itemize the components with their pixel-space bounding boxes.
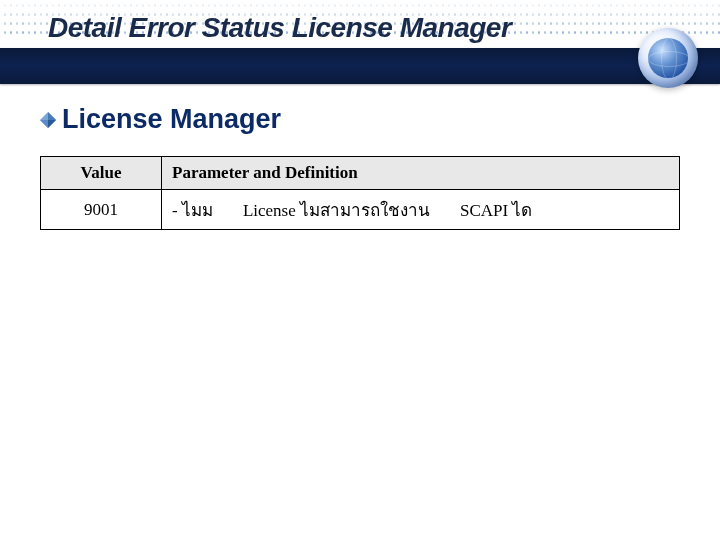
diamond-bullet-icon (40, 112, 56, 128)
def-part3: SCAPI ได (460, 196, 532, 223)
page-title: Detail Error Status License Manager (48, 12, 511, 44)
table-row: 9001 - ไมม License ไมสามารถใชงาน SCAPI ไ… (41, 190, 680, 230)
section-heading-text: License Manager (62, 104, 281, 135)
cell-definition: - ไมม License ไมสามารถใชงาน SCAPI ได (162, 190, 680, 230)
svg-marker-2 (48, 120, 56, 128)
def-part1: - ไมม (172, 196, 213, 223)
error-table: Value Parameter and Definition 9001 - ไม… (40, 156, 680, 230)
title-bar: Detail Error Status License Manager (0, 0, 720, 86)
svg-marker-3 (40, 120, 48, 128)
slide: Detail Error Status License Manager Lice… (0, 0, 720, 540)
globe-icon (638, 28, 698, 88)
svg-marker-1 (48, 112, 56, 120)
column-header-value: Value (41, 157, 162, 190)
header-band (0, 48, 720, 84)
table-header-row: Value Parameter and Definition (41, 157, 680, 190)
cell-value: 9001 (41, 190, 162, 230)
def-part2: License ไมสามารถใชงาน (243, 196, 430, 223)
section-heading: License Manager (40, 104, 281, 135)
column-header-definition: Parameter and Definition (162, 157, 680, 190)
